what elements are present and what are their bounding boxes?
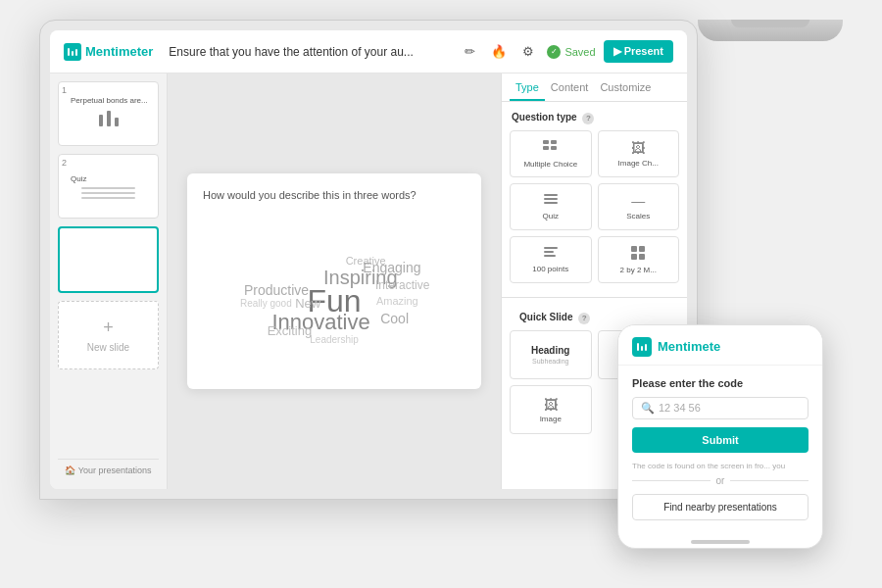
image-choice-icon: 🖼	[631, 140, 645, 156]
svg-rect-14	[544, 251, 554, 253]
phone-divider-left	[632, 480, 710, 481]
svg-rect-6	[543, 140, 549, 144]
qtype-scales[interactable]: — Scales	[598, 183, 680, 230]
new-slide-button[interactable]: + New slide	[58, 301, 159, 369]
logo-icon	[64, 43, 81, 61]
logo-text: Mentimeter	[85, 44, 153, 59]
qs-heading-label: Heading	[531, 345, 569, 356]
phone-input-placeholder: 12 34 56	[659, 402, 701, 414]
svg-rect-13	[544, 247, 558, 249]
svg-rect-20	[637, 343, 639, 351]
svg-rect-9	[551, 146, 557, 150]
word-cloud-word: Really good	[240, 299, 292, 309]
laptop-notch	[731, 20, 809, 27]
qtype-label-quiz: Quiz	[543, 212, 559, 220]
saved-badge: ✓ Saved	[547, 45, 595, 59]
question-type-section-title: Question type ?	[502, 102, 687, 130]
bar-chart-icon	[97, 109, 121, 131]
panel-tabs: Type Content Customize	[502, 74, 687, 102]
qtype-label-100-points: 100 points	[532, 265, 568, 273]
svg-rect-17	[639, 246, 645, 252]
qtype-quiz[interactable]: Quiz	[510, 183, 592, 230]
qs-heading[interactable]: Heading Subheading	[510, 330, 592, 379]
question-types-grid: Multiple Choice 🖼 Image Ch...	[502, 130, 687, 293]
svg-rect-12	[544, 202, 558, 204]
topbar: Mentimeter Ensure that you have the atte…	[50, 30, 687, 74]
qs-image[interactable]: 🖼 Image	[510, 385, 592, 434]
laptop-screen: Mentimeter Ensure that you have the atte…	[50, 30, 687, 489]
svg-rect-4	[107, 111, 111, 126]
word-cloud-word: New	[295, 296, 320, 309]
qtype-image-choice[interactable]: 🖼 Image Ch...	[598, 130, 680, 177]
svg-rect-5	[115, 118, 119, 126]
phone-footer-note: The code is found on the screen in fro..…	[632, 461, 808, 471]
laptop-body: Mentimeter Ensure that you have the atte…	[39, 20, 698, 500]
phone-header: Mentimete	[618, 325, 822, 366]
svg-rect-2	[75, 49, 77, 56]
phone-or-text: or	[716, 475, 725, 486]
slide-label-1: Perpetual bonds are...	[63, 96, 154, 105]
question-type-help-icon[interactable]: ?	[582, 113, 594, 124]
qtype-100-points[interactable]: 100 points	[510, 236, 592, 283]
canvas-area: How would you describe this in three wor…	[168, 74, 501, 489]
qs-image-label: Image	[540, 415, 562, 423]
canvas-question: How would you describe this in three wor…	[203, 189, 466, 201]
laptop-wrapper: Mentimeter Ensure that you have the atte…	[39, 20, 843, 568]
qtype-multiple-choice[interactable]: Multiple Choice	[510, 130, 592, 177]
svg-rect-11	[544, 198, 558, 200]
slide-thumb-2[interactable]: 2 Quiz	[58, 154, 159, 219]
tab-content[interactable]: Content	[545, 74, 595, 101]
tab-customize[interactable]: Customize	[594, 74, 657, 101]
laptop-base	[698, 20, 843, 41]
fire-icon[interactable]: 🔥	[488, 41, 510, 63]
scales-icon: —	[631, 193, 645, 209]
slide-thumb-1[interactable]: 1 Perpetual bonds are...	[58, 81, 159, 146]
svg-rect-16	[631, 246, 637, 252]
phone-input-row[interactable]: 🔍 12 34 56	[632, 397, 808, 419]
svg-rect-7	[551, 140, 557, 144]
plus-icon: +	[103, 318, 114, 338]
main-content: 1 Perpetual bonds are...	[50, 74, 687, 489]
svg-rect-1	[72, 51, 74, 56]
page-title: Ensure that you have the attention of yo…	[169, 45, 459, 59]
tab-type[interactable]: Type	[510, 74, 545, 101]
slide-line	[81, 197, 136, 199]
qtype-label-2by2: 2 by 2 M...	[620, 266, 657, 274]
slides-sidebar: 1 Perpetual bonds are...	[50, 74, 168, 489]
logo: Mentimeter	[64, 43, 153, 61]
quick-slide-help-icon[interactable]: ?	[578, 313, 590, 324]
slide-label-2: Quiz	[63, 174, 154, 183]
svg-rect-15	[544, 255, 556, 257]
svg-rect-21	[641, 346, 643, 351]
phone-body: Please enter the code 🔍 12 34 56 Submit …	[618, 366, 822, 532]
word-cloud-word: Amazing	[376, 296, 418, 307]
slide-line	[81, 192, 136, 194]
qtype-label-scales: Scales	[626, 212, 650, 220]
phone-logo-text: Mentimete	[658, 339, 720, 354]
edit-icon[interactable]: ✏	[459, 41, 480, 63]
word-cloud-word: Engaging	[363, 261, 420, 274]
sidebar-footer[interactable]: 🏠 Your presentations	[58, 459, 159, 481]
svg-rect-19	[639, 254, 645, 260]
slide-line	[81, 187, 136, 189]
phone-submit-button[interactable]: Submit	[632, 427, 808, 453]
slide-number-2: 2	[62, 158, 67, 168]
present-button[interactable]: ▶ Present	[604, 40, 673, 63]
multiple-choice-icon	[543, 140, 559, 157]
phone-nearby-button[interactable]: Find nearby presentations	[632, 494, 808, 520]
search-icon: 🔍	[641, 402, 655, 415]
new-slide-label: New slide	[87, 342, 129, 353]
section-divider	[502, 297, 687, 298]
slide-thumb-3[interactable]	[58, 226, 159, 293]
qtype-2by2[interactable]: 2 by 2 M...	[598, 236, 680, 283]
quiz-icon	[544, 193, 558, 209]
settings-icon[interactable]: ⚙	[517, 41, 539, 63]
phone-overlay: Mentimete Please enter the code 🔍 12 34 …	[617, 324, 823, 549]
slide-canvas: How would you describe this in three wor…	[187, 173, 481, 389]
svg-rect-0	[68, 48, 70, 56]
qtype-label-image-choice: Image Ch...	[618, 159, 659, 168]
image-icon: 🖼	[544, 397, 558, 413]
word-cloud: FunInspiringInnovativeProductiveExciting…	[203, 213, 466, 373]
check-icon: ✓	[547, 45, 561, 59]
2by2-icon	[631, 246, 645, 263]
